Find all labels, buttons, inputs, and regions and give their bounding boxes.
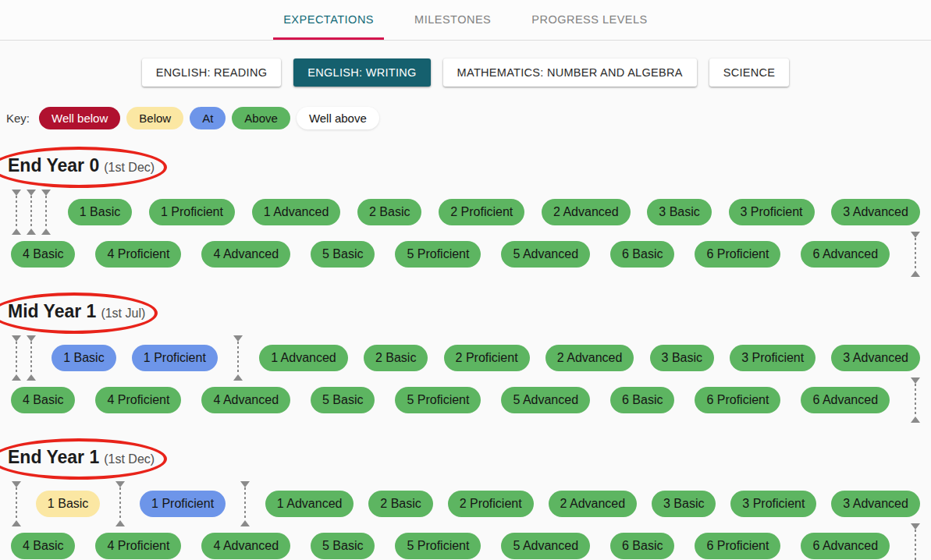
range-boundary-marker[interactable] — [910, 523, 920, 560]
marker-group — [233, 335, 243, 381]
pill-6-advanced: 6 Advanced — [801, 533, 890, 559]
section-heading-end-year-0: End Year 0(1st Dec) — [8, 153, 155, 180]
range-boundary-marker[interactable] — [910, 377, 920, 423]
pill-4-basic: 4 Basic — [11, 533, 75, 559]
pill-4-advanced: 4 Advanced — [201, 241, 290, 268]
pill-6-proficient: 6 Proficient — [695, 241, 780, 268]
pill-3-proficient: 3 Proficient — [730, 491, 816, 517]
pill-3-advanced: 3 Advanced — [831, 491, 920, 517]
section-title: Mid Year 1 — [8, 301, 96, 321]
triangle-up-icon — [12, 520, 21, 526]
pill-3-proficient: 3 Proficient — [730, 345, 816, 371]
range-boundary-marker[interactable] — [11, 335, 21, 381]
range-boundary-marker[interactable] — [26, 190, 36, 235]
pill-3-basic: 3 Basic — [650, 345, 714, 371]
pill-3-basic: 3 Basic — [652, 491, 716, 517]
chip-row: 4 Basic4 Proficient4 Advanced5 Basic5 Pr… — [0, 379, 931, 421]
section-heading-mid-year-1: Mid Year 1(1st Jul) — [8, 299, 145, 326]
tab-progress-levels[interactable]: PROGRESS LEVELS — [521, 0, 658, 40]
dashed-line — [45, 196, 47, 229]
range-boundary-marker[interactable] — [11, 190, 21, 235]
triangle-down-icon — [240, 481, 250, 487]
pill-4-basic: 4 Basic — [11, 241, 75, 268]
range-boundary-marker[interactable] — [115, 481, 125, 526]
pill-5-advanced: 5 Advanced — [501, 533, 590, 559]
pill-4-proficient: 4 Proficient — [95, 241, 181, 268]
pill-6-basic: 6 Basic — [610, 533, 674, 559]
section-date: (1st Jul) — [101, 307, 145, 320]
section-rows: 1 Basic1 Proficient1 Advanced2 Basic2 Pr… — [0, 337, 931, 421]
section-date: (1st Dec) — [104, 452, 155, 466]
marker-group — [910, 232, 920, 277]
pill-5-advanced: 5 Advanced — [501, 241, 590, 268]
pill-2-advanced: 2 Advanced — [542, 199, 631, 225]
pill-5-proficient: 5 Proficient — [395, 241, 481, 268]
range-boundary-marker[interactable] — [240, 481, 251, 526]
subject-button-science[interactable]: SCIENCE — [709, 58, 790, 87]
pill-1-basic: 1 Basic — [52, 345, 115, 371]
dashed-line — [119, 487, 121, 520]
triangle-down-icon — [911, 523, 920, 530]
section-title: End Year 1 — [8, 447, 99, 467]
triangle-down-icon — [911, 232, 920, 238]
dashed-line — [915, 238, 916, 271]
triangle-up-icon — [233, 374, 243, 381]
section-heading-end-year-1: End Year 1(1st Dec) — [8, 445, 155, 472]
key-pill-above: Above — [232, 107, 290, 129]
pill-1-advanced: 1 Advanced — [252, 199, 341, 225]
marker-group — [115, 481, 125, 526]
pill-6-proficient: 6 Proficient — [695, 533, 780, 559]
pill-3-proficient: 3 Proficient — [729, 199, 815, 225]
triangle-up-icon — [911, 416, 920, 423]
legend-label: Key: — [6, 112, 30, 125]
subject-button-english-reading[interactable]: ENGLISH: READING — [142, 58, 282, 87]
pill-5-proficient: 5 Proficient — [395, 533, 481, 559]
tab-bar: EXPECTATIONSMILESTONESPROGRESS LEVELS — [0, 0, 931, 41]
pill-6-basic: 6 Basic — [610, 387, 674, 413]
subject-button-mathematics-number-and-algebra[interactable]: MATHEMATICS: NUMBER AND ALGEBRA — [443, 58, 697, 87]
chip-row: 1 Basic1 Proficient1 Advanced2 Basic2 Pr… — [0, 483, 931, 525]
dashed-line — [244, 487, 246, 520]
triangle-up-icon — [240, 520, 250, 526]
triangle-up-icon — [27, 374, 36, 381]
triangle-down-icon — [911, 377, 920, 384]
triangle-down-icon — [115, 481, 125, 487]
tab-expectations[interactable]: EXPECTATIONS — [273, 0, 384, 40]
pill-2-basic: 2 Basic — [364, 345, 428, 371]
range-boundary-marker[interactable] — [11, 481, 21, 526]
range-boundary-marker[interactable] — [41, 190, 51, 235]
triangle-down-icon — [41, 190, 51, 196]
tab-milestones[interactable]: MILESTONES — [404, 0, 501, 40]
pill-1-proficient: 1 Proficient — [149, 199, 235, 225]
pill-2-advanced: 2 Advanced — [549, 491, 638, 517]
triangle-down-icon — [27, 190, 36, 196]
pill-1-basic: 1 Basic — [68, 199, 132, 225]
range-boundary-marker[interactable] — [233, 335, 243, 381]
pill-4-advanced: 4 Advanced — [201, 387, 290, 413]
triangle-down-icon — [12, 481, 21, 487]
chip-row: 4 Basic4 Proficient4 Advanced5 Basic5 Pr… — [0, 233, 931, 275]
subject-buttons: ENGLISH: READINGENGLISH: WRITINGMATHEMAT… — [0, 58, 931, 87]
range-boundary-marker[interactable] — [26, 335, 36, 381]
marker-group — [11, 335, 36, 381]
range-boundary-marker[interactable] — [910, 232, 920, 277]
expectations-content: End Year 0(1st Dec)1 Basic1 Proficient1 … — [0, 153, 931, 560]
triangle-up-icon — [41, 229, 51, 235]
dashed-line — [16, 196, 17, 229]
subject-button-english-writing[interactable]: ENGLISH: WRITING — [293, 58, 430, 87]
triangle-down-icon — [233, 335, 243, 342]
pill-3-advanced: 3 Advanced — [831, 199, 920, 225]
pill-1-basic: 1 Basic — [36, 491, 100, 517]
triangle-down-icon — [12, 335, 21, 342]
pill-2-proficient: 2 Proficient — [448, 491, 534, 517]
triangle-up-icon — [12, 374, 21, 381]
marker-group — [910, 377, 920, 423]
pill-6-basic: 6 Basic — [610, 241, 674, 268]
pill-1-advanced: 1 Advanced — [259, 345, 348, 371]
key-pill-below: Below — [126, 107, 183, 129]
marker-group — [11, 481, 21, 526]
section-rows: 1 Basic1 Proficient1 Advanced2 Basic2 Pr… — [0, 191, 931, 275]
pill-2-basic: 2 Basic — [368, 491, 432, 517]
dashed-line — [30, 342, 32, 374]
triangle-up-icon — [115, 520, 125, 526]
